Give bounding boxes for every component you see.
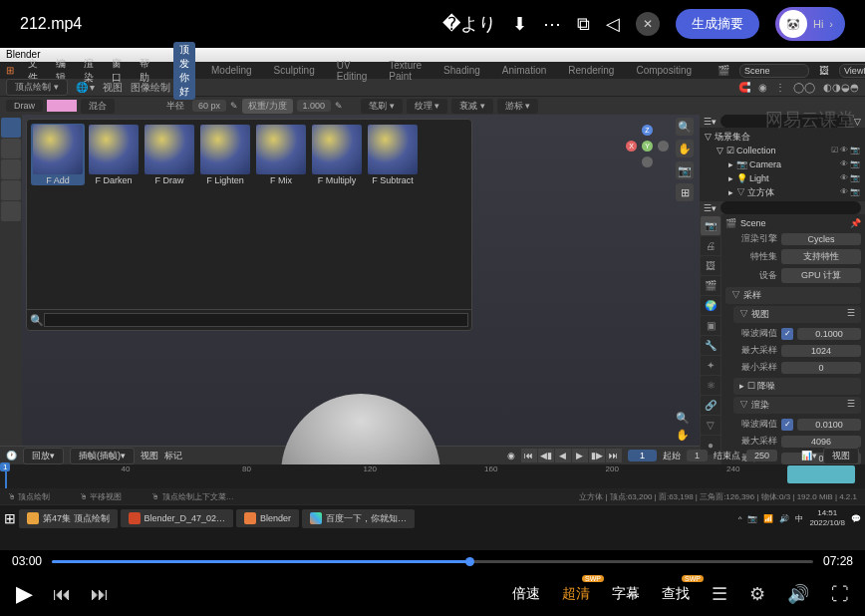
draw-tool[interactable] [1, 118, 21, 138]
workspace-texpaint[interactable]: Texture Paint [383, 59, 428, 83]
timeline-track[interactable]: 40 80 120 160 200 240 [0, 464, 865, 488]
volume-icon[interactable]: 🔊 [787, 583, 809, 605]
noise-thresh[interactable]: 0.1000 [797, 328, 861, 340]
playlist-icon[interactable]: ☰ [712, 583, 727, 605]
filter-icon[interactable]: ▽ [854, 117, 861, 127]
tray-ime-icon[interactable]: 中 [795, 513, 803, 524]
more-icon[interactable]: ⋯ [543, 13, 561, 35]
modifier-tab[interactable]: 🔧 [701, 336, 721, 355]
color-swatch[interactable] [47, 100, 77, 112]
gradient-tool[interactable] [1, 201, 21, 221]
toolbar-view[interactable]: 视图 [103, 81, 123, 95]
fullscreen-icon[interactable]: ⛶ [831, 584, 849, 605]
task-blender[interactable]: Blender [236, 509, 299, 527]
task-folder[interactable]: 第47集 顶点绘制 [19, 509, 118, 528]
data-tab[interactable]: ▽ [701, 416, 721, 435]
blend-mode[interactable]: 混合 [81, 99, 115, 114]
workspace-rendering[interactable]: Rendering [562, 64, 620, 77]
ntr-check[interactable]: ✓ [781, 419, 793, 431]
brush-f-draw[interactable]: F Draw [143, 124, 196, 185]
tray-network-icon[interactable]: 📶 [763, 514, 773, 523]
feature-set[interactable]: 支持特性 [781, 249, 861, 264]
pan2-icon[interactable]: ✋ [676, 429, 696, 442]
toolbar-imagepaint[interactable]: 图像绘制 [131, 81, 170, 95]
task-browser[interactable]: 百度一下，你就知… [302, 509, 415, 528]
texture-dd[interactable]: 纹理 ▾ [407, 99, 448, 114]
denoise-section[interactable]: ▸ ☐ 降噪 [733, 378, 861, 395]
outliner-type-icon[interactable]: ☰▾ [704, 117, 717, 127]
tray-volume-icon[interactable]: 🔊 [779, 514, 789, 523]
world-tab[interactable]: 🌍 [701, 296, 721, 315]
menu-render[interactable]: 渲染 [80, 56, 98, 86]
brush-search-input[interactable] [44, 313, 468, 327]
props-type-icon[interactable]: ☰▾ [704, 203, 717, 213]
options-icon[interactable]: ⋮ [775, 82, 785, 93]
brush-f-lighten[interactable]: F Lighten [198, 124, 252, 185]
blur-tool[interactable] [1, 139, 21, 158]
brush-f-add[interactable]: F Add [31, 124, 85, 185]
y-axis[interactable]: Y [642, 141, 653, 152]
z-axis[interactable]: Z [642, 125, 653, 136]
scene-tab[interactable]: 🎬 [701, 276, 721, 295]
tray-up-icon[interactable]: ^ [738, 514, 742, 523]
keying-dd[interactable]: 插帧(插帧)▾ [70, 448, 135, 464]
viewport-section[interactable]: ▽ 视图☰ [733, 306, 861, 323]
render-section[interactable]: ▽ 渲染☰ [733, 397, 861, 414]
overlays-icon[interactable]: ◯◯ [793, 82, 815, 93]
close-button[interactable]: ✕ [636, 12, 660, 36]
find-button[interactable]: 查找SWP [662, 585, 690, 603]
tree-light[interactable]: ▸ 💡 Light👁 📷 [704, 171, 861, 185]
proportional-icon[interactable]: ◉ [758, 82, 767, 93]
timeline-type-icon[interactable]: 🕐 [6, 451, 17, 461]
orientation-icon[interactable]: 🌐 ▾ [76, 82, 96, 93]
falloff-dd[interactable]: 衰减 ▾ [451, 99, 493, 114]
tree-collection[interactable]: ▽ ☑ Collection☑ 👁 📷 [704, 144, 861, 157]
constraint-tab[interactable]: 🔗 [701, 396, 721, 415]
workspace-modeling[interactable]: Modeling [205, 64, 258, 77]
nt-check[interactable]: ✓ [781, 328, 793, 340]
pin-icon[interactable]: 📌 [850, 218, 861, 228]
dopesheet-icon[interactable]: 📊▾ [801, 451, 817, 461]
workspace-uv[interactable]: UV Editing [331, 59, 374, 83]
zoom-icon[interactable]: 🔍 [676, 118, 694, 136]
start-frame[interactable]: 1 [687, 450, 708, 462]
playhead[interactable] [5, 464, 7, 488]
particle-tab[interactable]: ✦ [701, 356, 721, 375]
current-frame-input[interactable]: 1 [628, 450, 657, 462]
viewlayer-input[interactable] [839, 64, 865, 78]
viewlayer-tab[interactable]: 🖼 [701, 256, 721, 275]
tray-camera-icon[interactable]: 📷 [747, 514, 757, 523]
strength-value[interactable]: 1.000 [297, 100, 332, 112]
perspective-icon[interactable]: ⊞ [676, 183, 694, 201]
toggle-panel-icon[interactable]: ◁ [606, 13, 620, 35]
brush-f-mix[interactable]: F Mix [254, 124, 308, 185]
scene-link-icon[interactable]: 🎬 [725, 218, 736, 228]
mode-dropdown[interactable]: 顶点绘制 ▾ [6, 79, 68, 96]
timeline-clip[interactable] [787, 465, 855, 483]
play-rev[interactable]: ◀ [555, 449, 571, 462]
shading-icons[interactable]: ◐◑◒◓ [823, 82, 859, 93]
timeline-view[interactable]: 视图 [141, 450, 158, 462]
progress-bar[interactable] [52, 560, 813, 563]
physics-tab[interactable]: ⚛ [701, 376, 721, 395]
props-search[interactable] [721, 201, 861, 214]
radius-value[interactable]: 60 px [192, 100, 226, 112]
max-samples-r[interactable]: 4096 [781, 436, 861, 448]
max-samples-v[interactable]: 1024 [781, 345, 861, 357]
pressure-strength-icon[interactable]: ✎ [335, 101, 343, 111]
sampling-section[interactable]: ▽ 采样 [725, 287, 861, 304]
subtitle-button[interactable]: 字幕 [612, 585, 640, 603]
camera-icon[interactable]: 📷 [676, 161, 694, 179]
task-ppt[interactable]: Blender_D_47_02… [121, 509, 234, 527]
scene-input[interactable] [739, 64, 809, 78]
prev-button[interactable]: ⏮ [53, 584, 71, 605]
noise-thresh-r[interactable]: 0.0100 [797, 419, 861, 431]
pip-icon[interactable]: ⧉ [577, 14, 590, 35]
x-axis[interactable]: X [626, 141, 637, 152]
cursor-dd[interactable]: 游标 ▾ [497, 99, 539, 114]
keyframe-next[interactable]: ▮▶ [589, 449, 605, 462]
min-samples-v[interactable]: 0 [781, 362, 861, 374]
play-fwd[interactable]: ▶ [572, 449, 588, 462]
workspace-compositing[interactable]: Compositing [630, 64, 698, 77]
autokey-icon[interactable]: ◉ [507, 451, 515, 461]
